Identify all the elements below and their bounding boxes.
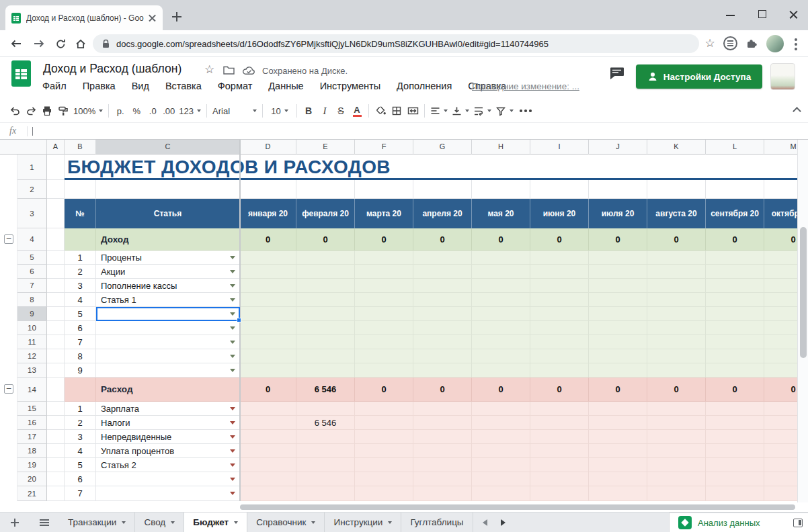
dropdown-icon[interactable] xyxy=(230,341,235,344)
expense-value-cell[interactable] xyxy=(530,402,589,416)
table-header-month[interactable]: июля 20 xyxy=(589,199,647,228)
expense-value-cell[interactable] xyxy=(413,444,472,458)
income-value-cell[interactable] xyxy=(472,265,530,279)
income-value-cell[interactable] xyxy=(706,335,764,349)
all-sheets-button[interactable] xyxy=(30,513,59,532)
expense-value-cell[interactable] xyxy=(472,486,530,501)
income-value-cell[interactable] xyxy=(240,251,296,265)
home-icon[interactable] xyxy=(74,37,87,50)
spreadsheet-grid[interactable]: ABCDEFGHIJKLM123456789101112131415161718… xyxy=(0,139,808,502)
income-value-cell[interactable] xyxy=(355,265,413,279)
move-folder-icon[interactable] xyxy=(223,65,235,77)
expense-value-cell[interactable] xyxy=(355,486,413,501)
back-icon[interactable] xyxy=(9,37,23,50)
income-value-cell[interactable] xyxy=(240,321,296,335)
forward-icon[interactable] xyxy=(32,37,46,50)
empty-cell[interactable] xyxy=(472,180,530,199)
column-header-j[interactable]: J xyxy=(589,140,647,154)
income-value-cell[interactable] xyxy=(706,307,764,321)
income-value-cell[interactable] xyxy=(647,363,706,378)
menu-item[interactable]: Инструменты xyxy=(320,81,380,91)
item-name-cell[interactable] xyxy=(96,363,240,378)
income-value-cell[interactable] xyxy=(413,251,472,265)
expense-value-cell[interactable] xyxy=(589,486,647,501)
income-value-cell[interactable] xyxy=(240,335,296,349)
side-panel-icon[interactable] xyxy=(793,519,803,527)
expense-value-cell[interactable] xyxy=(647,444,706,458)
column-header-i[interactable]: I xyxy=(530,140,589,154)
collapse-expense-group-button[interactable]: – xyxy=(4,384,13,394)
income-value-cell[interactable] xyxy=(472,321,530,335)
income-value-cell[interactable] xyxy=(413,335,472,349)
income-value-cell[interactable] xyxy=(240,293,296,307)
tab-menu-caret-icon[interactable] xyxy=(171,521,175,524)
empty-cell[interactable] xyxy=(296,180,355,199)
income-total-cell[interactable]: 0 xyxy=(296,228,355,251)
income-value-cell[interactable] xyxy=(647,349,706,363)
sheets-logo[interactable] xyxy=(11,60,31,87)
expense-value-cell[interactable] xyxy=(706,416,764,430)
cell-column-a[interactable] xyxy=(47,486,65,501)
tab-menu-caret-icon[interactable] xyxy=(122,521,126,524)
collapse-toolbar-icon[interactable] xyxy=(793,107,801,116)
vertical-align-button[interactable] xyxy=(450,102,471,120)
row-header-13[interactable]: 13 xyxy=(17,363,47,378)
number-format-button[interactable]: 123 xyxy=(177,102,203,120)
cell-column-a[interactable] xyxy=(47,363,65,378)
income-value-cell[interactable] xyxy=(530,321,589,335)
item-number-cell[interactable]: 5 xyxy=(65,458,96,472)
table-header-month[interactable]: марта 20 xyxy=(355,199,413,228)
expense-value-cell[interactable] xyxy=(240,444,296,458)
account-avatar[interactable] xyxy=(770,63,795,90)
income-value-cell[interactable] xyxy=(296,335,355,349)
font-select[interactable]: Arial xyxy=(210,102,259,120)
expense-total-cell[interactable]: 0 xyxy=(240,378,296,402)
horizontal-scrollbar-thumb[interactable] xyxy=(240,504,795,510)
empty-cell[interactable] xyxy=(647,180,706,199)
income-value-cell[interactable] xyxy=(355,363,413,378)
grid-corner[interactable] xyxy=(0,140,47,154)
expense-total-cell[interactable]: 0 xyxy=(706,378,764,402)
menu-item[interactable]: Вставка xyxy=(165,81,202,91)
income-value-cell[interactable] xyxy=(355,251,413,265)
item-number-cell[interactable]: 7 xyxy=(65,335,96,349)
cell-column-a[interactable] xyxy=(47,279,65,293)
empty-cell[interactable] xyxy=(413,180,472,199)
income-value-cell[interactable] xyxy=(472,251,530,265)
item-number-cell[interactable]: 8 xyxy=(65,349,96,363)
dropdown-icon[interactable] xyxy=(230,463,235,467)
expense-value-cell[interactable] xyxy=(413,430,472,444)
item-name-cell[interactable]: Уплата процентов xyxy=(96,444,240,458)
income-value-cell[interactable] xyxy=(530,349,589,363)
income-value-cell[interactable] xyxy=(706,321,764,335)
item-name-cell[interactable]: Акции xyxy=(96,265,240,279)
income-value-cell[interactable] xyxy=(647,293,706,307)
zoom-select[interactable]: 100% xyxy=(71,102,105,120)
share-button[interactable]: Настройки Доступа xyxy=(636,64,762,89)
item-number-cell[interactable]: 2 xyxy=(65,416,96,430)
dropdown-icon[interactable] xyxy=(230,355,235,358)
income-value-cell[interactable] xyxy=(413,349,472,363)
income-total-cell[interactable]: 0 xyxy=(413,228,472,251)
menu-item[interactable]: Файл xyxy=(42,81,67,91)
cell-column-a[interactable] xyxy=(47,402,65,416)
row-header-21[interactable]: 21 xyxy=(17,486,47,501)
more-toolbar-icon[interactable] xyxy=(520,109,532,112)
row-header-1[interactable]: 1 xyxy=(17,154,47,180)
cell-column-a[interactable] xyxy=(47,444,65,458)
income-value-cell[interactable] xyxy=(647,279,706,293)
paint-format-icon[interactable] xyxy=(55,102,71,120)
expense-value-cell[interactable] xyxy=(706,430,764,444)
income-value-cell[interactable] xyxy=(413,363,472,378)
income-value-cell[interactable] xyxy=(589,307,647,321)
income-total-cell[interactable]: 0 xyxy=(240,228,296,251)
row-header-11[interactable]: 11 xyxy=(17,335,47,349)
selected-cell[interactable] xyxy=(96,307,240,321)
sheet-title[interactable]: БЮДЖЕТ ДОХОДОВ И РАСХОДОВ xyxy=(65,154,808,180)
item-number-cell[interactable]: 2 xyxy=(65,265,96,279)
row-header-8[interactable]: 8 xyxy=(17,293,47,307)
income-value-cell[interactable] xyxy=(589,251,647,265)
expense-label[interactable]: Расход xyxy=(96,378,240,402)
income-total-row[interactable] xyxy=(65,228,96,251)
increase-decimal-button[interactable]: .00 xyxy=(161,102,177,120)
